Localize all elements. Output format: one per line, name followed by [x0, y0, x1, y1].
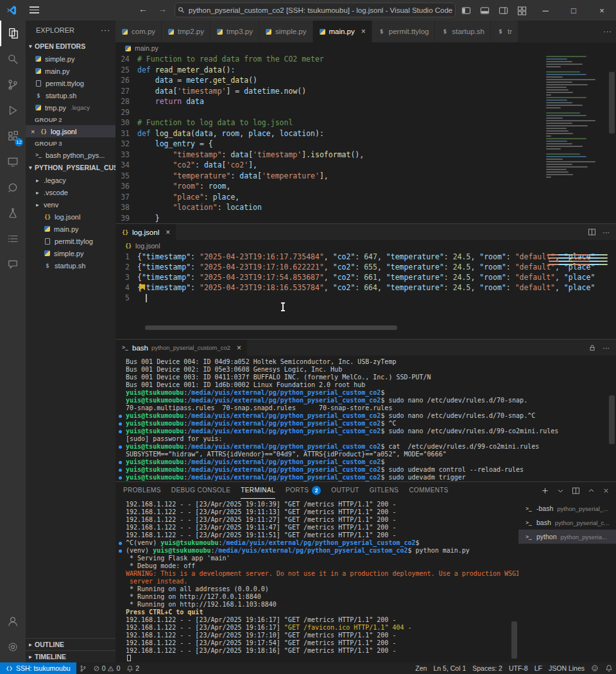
close-icon[interactable]: × [237, 343, 241, 352]
activity-extensions-icon[interactable]: 12 [0, 123, 26, 149]
tree-file-main-py[interactable]: main.py [26, 223, 116, 235]
command-center[interactable]: python_pyserial_custom_co2 [SSH: tsukumo… [175, 3, 456, 17]
command-decoration-icon[interactable] [119, 415, 122, 418]
close-icon[interactable]: × [361, 27, 366, 36]
panel-tab-debug-console[interactable]: DEBUG CONSOLE [171, 482, 230, 499]
remote-indicator[interactable]: SSH: tsukumoubu [0, 662, 76, 674]
tree-file-log-jsonl[interactable]: {}log.jsonl [26, 211, 116, 223]
more-actions-icon[interactable]: ··· [603, 229, 610, 236]
tree-folder--legacy[interactable]: ▸.legacy [26, 174, 116, 186]
terminal-panel[interactable]: 192.168.1.122 - - [23/Apr/2025 19:10:39]… [116, 499, 518, 662]
scrollbar[interactable] [608, 356, 616, 482]
close-icon[interactable]: × [31, 128, 37, 135]
editor-tab-com-py[interactable]: com.py [116, 21, 162, 42]
split-editor-icon[interactable] [588, 228, 596, 236]
tab-overflow-icon[interactable]: ··· [599, 21, 616, 42]
activity-todo-list-icon[interactable] [0, 226, 26, 252]
section-timeline[interactable]: ▸TIMELINE [26, 650, 116, 662]
command-decoration-icon[interactable] [119, 549, 122, 553]
tree-folder--vscode[interactable]: ▸.vscode [26, 186, 116, 198]
new-terminal-icon[interactable] [541, 487, 549, 495]
editor-tab-log-jsonl[interactable]: {} log.jsonl × [116, 224, 176, 240]
code-editor[interactable]: 24# Function to read data from the CO2 m… [116, 54, 616, 223]
command-decoration-icon[interactable] [119, 461, 122, 464]
close-panel-icon[interactable] [603, 487, 610, 494]
ports-indicator[interactable]: 2 [123, 662, 142, 674]
editor-tab-tmp3-py[interactable]: tmp3.py [210, 21, 259, 42]
panel-tab-ports[interactable]: PORTS2 [286, 482, 321, 499]
terminal-list-item--bash[interactable]: >_-bashpython_pyserial_... [518, 501, 616, 515]
close-button[interactable]: × [588, 0, 616, 21]
toggle-sidebar-icon[interactable] [457, 0, 475, 21]
panel-tab-output[interactable]: OUTPUT [331, 482, 359, 499]
breadcrumb[interactable]: main.py [116, 42, 616, 54]
command-decoration-icon[interactable] [119, 476, 122, 480]
terminal-list-item-python[interactable]: >_pythonpython_pyseria... [518, 530, 616, 544]
command-decoration-icon[interactable] [119, 445, 122, 449]
activity-explorer-icon[interactable] [0, 21, 26, 46]
section-project[interactable]: ▾PYTHON_PYSERIAL_CUST... [26, 161, 116, 174]
editor-tab-tmp2-py[interactable]: tmp2.py [162, 21, 210, 42]
activity-run-debug-icon[interactable] [0, 98, 26, 123]
panel-tab-comments[interactable]: COMMENTS [409, 482, 449, 499]
feedback-smiley-icon[interactable] [588, 662, 602, 674]
command-decoration-icon[interactable] [119, 469, 122, 472]
status-item-json-lines[interactable]: JSON Lines [545, 662, 588, 674]
sidebar-item-tmp-py[interactable]: tmp.py.legacy [26, 101, 116, 114]
section-outline[interactable]: ▸OUTLINE [26, 638, 116, 650]
tree-file-startup-sh[interactable]: $startup.sh [26, 259, 116, 272]
source-control-indicator[interactable] [76, 662, 90, 674]
panel-tab-gitlens[interactable]: GITLENS [370, 482, 399, 499]
panel-tab-problems[interactable]: PROBLEMS [123, 482, 161, 499]
scrollbar[interactable] [608, 54, 616, 223]
status-item-utf-8[interactable]: UTF-8 [506, 662, 531, 674]
notifications-bell-icon[interactable] [602, 662, 616, 674]
status-item-ln-5-col-1[interactable]: Ln 5, Col 1 [430, 662, 469, 674]
sidebar-item-permit-ttylog[interactable]: permit.ttylog [26, 77, 116, 89]
editor-tab-tr[interactable]: $tr [491, 21, 518, 42]
command-decoration-icon[interactable] [119, 430, 122, 433]
editor-tab-startup-sh[interactable]: $startup.sh [435, 21, 491, 42]
scrollbar[interactable] [510, 499, 518, 662]
minimize-button[interactable]: ─ [531, 0, 560, 21]
activity-jupyter-icon[interactable] [0, 175, 26, 200]
activity-search-icon[interactable] [0, 46, 26, 72]
toggle-secondary-sidebar-icon[interactable] [494, 0, 513, 21]
toggle-panel-icon[interactable] [475, 0, 494, 21]
tree-folder-venv[interactable]: ▸venv [26, 198, 116, 211]
sidebar-item-log-jsonl[interactable]: ×{}log.jsonl [26, 125, 116, 137]
split-terminal-icon[interactable] [572, 487, 580, 495]
horizontal-scrollbar[interactable] [145, 325, 539, 330]
status-item-lf[interactable]: LF [531, 662, 545, 674]
activity-remote-explorer-icon[interactable] [0, 149, 26, 175]
editor-tab-permit-ttylog[interactable]: $permit.ttylog [372, 21, 436, 42]
activity-testing-icon[interactable] [0, 200, 26, 226]
sidebar-item-simple-py[interactable]: simple.py [26, 53, 116, 65]
maximize-button[interactable]: □ [560, 0, 588, 21]
activity-source-control-icon[interactable] [0, 72, 26, 98]
sidebar-item-bash-python-pys-[interactable]: >_bash python_pys... [26, 149, 116, 161]
menu-icon[interactable] [30, 6, 39, 13]
activity-account-icon[interactable] [0, 609, 26, 634]
nav-back-icon[interactable]: ← [139, 4, 148, 14]
terminal-editor[interactable]: Bus 001 Device 004: ID 04d9:a052 Holtek … [116, 356, 616, 482]
command-decoration-icon[interactable] [119, 542, 122, 545]
status-item-zen[interactable]: Zen [412, 662, 430, 674]
tree-file-simple-py[interactable]: simple.py [26, 247, 116, 259]
customize-layout-icon[interactable] [513, 0, 531, 21]
more-actions-icon[interactable]: ··· [101, 26, 110, 35]
problems-indicator[interactable]: 0 0 [90, 662, 124, 674]
more-actions-icon[interactable]: ··· [603, 344, 610, 352]
close-icon[interactable]: × [166, 228, 170, 237]
section-open-editors[interactable]: ▾OPEN EDITORS [26, 40, 116, 53]
launch-profile-chevron-icon[interactable] [557, 487, 564, 494]
breadcrumb[interactable]: {} log.jsonl [116, 240, 616, 252]
panel-tab-terminal[interactable]: TERMINAL [241, 482, 275, 499]
activity-settings-icon[interactable] [0, 634, 26, 660]
lock-icon[interactable] [588, 344, 596, 352]
terminal-list-item-bash[interactable]: >_bashpython_pyserial_c... [518, 515, 616, 530]
command-decoration-icon[interactable] [119, 422, 122, 426]
maximize-panel-icon[interactable] [588, 487, 595, 494]
nav-forward-icon[interactable]: → [158, 4, 167, 14]
status-item-spaces-2[interactable]: Spaces: 2 [469, 662, 506, 674]
